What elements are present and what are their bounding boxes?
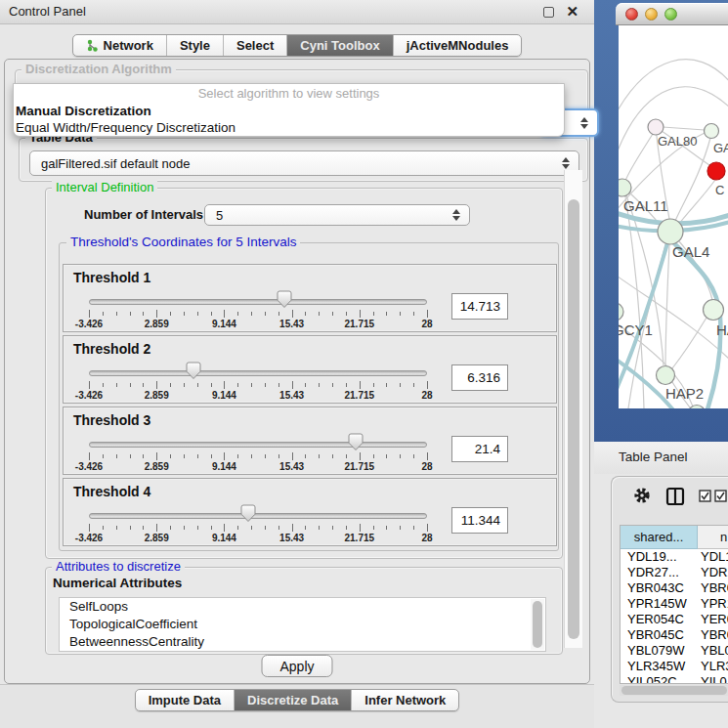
- network-node-label: HAP2: [665, 385, 704, 402]
- dropdown-option-equal-width[interactable]: Equal Width/Frequency Discretization: [14, 119, 564, 136]
- table-cell[interactable]: YIL052C: [621, 674, 698, 684]
- table-cell[interactable]: YDR2: [698, 565, 728, 580]
- attribute-item[interactable]: BetweennessCentrality: [60, 633, 545, 651]
- slider-tick-labels: -3.4262.8599.14415.4321.71528: [89, 319, 427, 330]
- network-node[interactable]: [657, 366, 675, 385]
- table-cell[interactable]: YPR1: [698, 596, 728, 612]
- tab-select[interactable]: Select: [223, 35, 286, 56]
- attribute-item[interactable]: TopologicalCoefficient: [60, 616, 545, 633]
- tick-label: -3.426: [75, 390, 103, 401]
- slider-handle[interactable]: [276, 290, 292, 309]
- table-cell[interactable]: YBR045C: [621, 627, 698, 643]
- table-data-group: Table Data galFiltered.sif default node: [19, 138, 588, 182]
- slider-track[interactable]: [89, 442, 427, 448]
- table-cell[interactable]: YBL079W: [621, 643, 698, 659]
- network-node[interactable]: [689, 406, 706, 409]
- gear-icon[interactable]: [633, 487, 651, 504]
- network-window-titlebar[interactable]: [616, 3, 728, 25]
- combobox-value: galFiltered.sif default node: [41, 156, 190, 171]
- slider-handle[interactable]: [348, 433, 364, 451]
- table-header-row: shared... n: [621, 526, 728, 549]
- table-cell[interactable]: YLR345W: [621, 659, 698, 674]
- tab-style[interactable]: Style: [166, 35, 223, 56]
- table-cell[interactable]: YBL0: [698, 643, 728, 659]
- table-row[interactable]: YER054CYER0: [621, 612, 728, 627]
- table-hscrollbar[interactable]: [620, 685, 728, 696]
- columns-icon[interactable]: [665, 487, 685, 506]
- threshold-2-slider[interactable]: -3.4262.8599.14415.4321.71528: [89, 336, 427, 405]
- column-header-name[interactable]: n: [698, 526, 728, 549]
- slider-handle[interactable]: [239, 504, 256, 523]
- network-icon: [86, 39, 99, 52]
- attribute-list[interactable]: SelfLoopsTopologicalCoefficientBetweenne…: [59, 597, 546, 652]
- traffic-light-close-icon[interactable]: [625, 8, 638, 21]
- network-node[interactable]: [619, 179, 631, 196]
- scrollbar-thumb[interactable]: [533, 601, 542, 648]
- slider-track[interactable]: [89, 370, 427, 376]
- close-icon[interactable]: ✕: [566, 3, 578, 21]
- table-row[interactable]: YDR27...YDR2: [621, 565, 728, 580]
- table-cell[interactable]: YDR27...: [621, 565, 698, 580]
- network-view-window: GAL80GALCGAL11GAL4GCY1HAHAP2: [594, 0, 728, 442]
- checkbox-icon[interactable]: [714, 490, 727, 502]
- slider-handle[interactable]: [186, 362, 202, 380]
- network-node[interactable]: [648, 119, 664, 135]
- threshold-1-slider[interactable]: -3.4262.8599.14415.4321.71528: [89, 265, 427, 333]
- tick-label: 9.144: [212, 319, 236, 329]
- table-row[interactable]: YIL052CYIL0: [621, 674, 728, 684]
- network-node[interactable]: [705, 124, 719, 139]
- table-cell[interactable]: YBR0: [698, 627, 728, 643]
- threshold-3-value-field[interactable]: 21.4: [451, 436, 508, 462]
- slider-track[interactable]: [89, 513, 427, 519]
- network-node[interactable]: [619, 303, 623, 321]
- table-row[interactable]: YBL079WYBL0: [621, 643, 728, 659]
- tab-cyni-toolbox[interactable]: Cyni Toolbox: [286, 35, 392, 56]
- table-row[interactable]: YLR345WYLR3: [621, 659, 728, 674]
- tab-jactivemnodules[interactable]: jActiveMNodules: [393, 35, 522, 56]
- table-row[interactable]: YBR043CYBR0: [621, 580, 728, 596]
- control-panel: Control Panel ✕ Network Style Select Cyn…: [0, 0, 594, 728]
- number-of-intervals-combobox[interactable]: 5: [204, 204, 470, 226]
- network-node[interactable]: [707, 162, 725, 180]
- column-header-shared[interactable]: shared...: [621, 526, 698, 549]
- threshold-1-value-field[interactable]: 14.713: [451, 293, 508, 320]
- apply-button[interactable]: Apply: [261, 655, 332, 677]
- table-row[interactable]: YPR145WYPR1: [621, 596, 728, 612]
- traffic-light-minimize-icon[interactable]: [645, 8, 658, 21]
- traffic-light-zoom-icon[interactable]: [664, 8, 677, 21]
- scrollbar-thumb[interactable]: [621, 686, 727, 695]
- attribute-item[interactable]: SelfLoops: [60, 598, 545, 616]
- scrollbar-thumb[interactable]: [568, 199, 579, 639]
- tab-network[interactable]: Network: [73, 35, 166, 56]
- table-row[interactable]: YBR045CYBR0: [621, 627, 728, 643]
- table-cell[interactable]: YER054C: [621, 612, 698, 627]
- table-cell[interactable]: YDL1: [698, 549, 728, 565]
- dropdown-prompt[interactable]: Select algorithm to view settings: [14, 86, 564, 103]
- list-scrollbar[interactable]: [531, 599, 544, 650]
- dropdown-option-manual[interactable]: Manual Discretization: [14, 103, 564, 119]
- threshold-4-slider[interactable]: -3.4262.8599.14415.4321.71528: [89, 479, 427, 547]
- table-data-combobox[interactable]: galFiltered.sif default node: [29, 150, 579, 176]
- table-cell[interactable]: YER0: [698, 612, 728, 627]
- network-node[interactable]: [658, 219, 683, 244]
- tab-discretize-data[interactable]: Discretize Data: [234, 690, 351, 710]
- panel-scrollbar[interactable]: [564, 170, 582, 648]
- table-cell[interactable]: YBR0: [698, 580, 728, 596]
- table-cell[interactable]: YLR3: [698, 659, 728, 674]
- tab-infer-network[interactable]: Infer Network: [351, 690, 458, 710]
- table-cell[interactable]: YDL19...: [621, 549, 698, 565]
- threshold-3-slider[interactable]: -3.4262.8599.14415.4321.71528: [89, 407, 427, 476]
- threshold-2-value-field[interactable]: 6.316: [451, 364, 508, 391]
- tab-impute-data[interactable]: Impute Data: [136, 690, 234, 710]
- table-cell[interactable]: YBR043C: [621, 580, 698, 596]
- checkbox-icon[interactable]: [699, 490, 711, 502]
- threshold-4-value-field[interactable]: 11.344: [451, 507, 508, 534]
- network-canvas[interactable]: GAL80GALCGAL11GAL4GCY1HAHAP2: [619, 25, 728, 408]
- table-cell[interactable]: YIL0: [698, 674, 728, 684]
- table-row[interactable]: YDL19...YDL1: [621, 549, 728, 565]
- float-window-icon[interactable]: [543, 7, 554, 18]
- slider-track[interactable]: [89, 299, 427, 305]
- network-node[interactable]: [704, 300, 724, 321]
- table-cell[interactable]: YPR145W: [621, 596, 698, 612]
- tick-label: 28: [421, 461, 432, 472]
